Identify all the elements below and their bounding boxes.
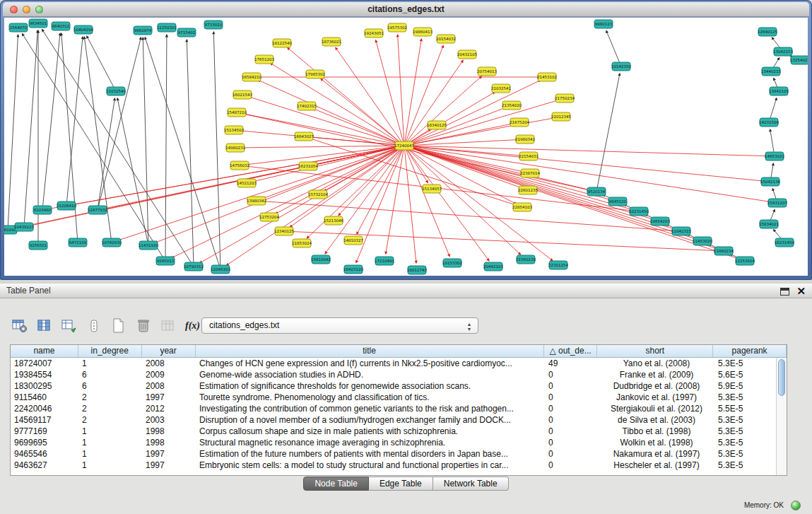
table-source-dropdown[interactable]: citations_edges.txt ▲▼ — [201, 317, 478, 334]
graph-node[interactable]: 11250301 — [157, 23, 177, 32]
graph-node[interactable]: 9862874 — [134, 26, 152, 35]
graph-node[interactable]: 9845120 — [608, 197, 627, 206]
graph-node[interactable]: 16584210 — [242, 73, 261, 81]
graph-node[interactable]: 12046301 — [211, 265, 230, 274]
graph-node[interactable]: 8733010 — [204, 21, 223, 29]
graph-node[interactable]: 16021543 — [233, 90, 252, 99]
graph-node[interactable]: 13042153 — [773, 47, 793, 56]
column-header-3[interactable]: title — [196, 345, 544, 357]
graph-node[interactable]: 21675204 — [510, 118, 529, 127]
graph-node[interactable]: 17402315 — [297, 102, 317, 110]
graph-node[interactable]: 11860234 — [714, 247, 734, 255]
graph-node[interactable]: 12640125 — [758, 28, 777, 36]
graph-node[interactable]: 12753204 — [259, 213, 279, 221]
graph-node[interactable]: 15732104 — [308, 190, 328, 199]
graph-node[interactable]: 15834021 — [759, 220, 779, 228]
edit-table-icon[interactable] — [59, 317, 78, 336]
graph-node[interactable]: 21354020 — [502, 101, 522, 110]
table-row[interactable]: 946554611997Estimation of the future num… — [11, 448, 776, 460]
graph-node[interactable]: 10439123 — [14, 223, 34, 231]
column-header-6[interactable]: pagerank — [713, 345, 787, 357]
tab-network-table[interactable]: Network Table — [433, 477, 509, 491]
graph-node[interactable]: 18736021 — [322, 37, 341, 46]
graph-node[interactable]: 21206410 — [57, 201, 76, 210]
graph-node[interactable]: 17651203 — [254, 55, 274, 64]
graph-node[interactable]: 10404298 — [73, 25, 93, 34]
graph-node[interactable]: 19243051 — [364, 29, 384, 37]
graph-node[interactable]: 10790312 — [184, 262, 204, 271]
table-row[interactable]: 969969511998Structural magnetic resonanc… — [11, 437, 776, 448]
window-zoom-button[interactable] — [35, 6, 43, 13]
graph-node[interactable]: 9472109 — [69, 238, 87, 247]
graph-node[interactable]: 21560238 — [516, 255, 536, 264]
table-row[interactable]: 946362711997Embryonic stem cells: a mode… — [11, 460, 776, 471]
new-document-icon[interactable] — [109, 317, 128, 336]
graph-node[interactable]: 21750234 — [555, 94, 575, 103]
graph-node[interactable]: 22012345 — [551, 112, 571, 121]
graph-node[interactable]: 15213046 — [324, 216, 343, 225]
column-header-1[interactable]: in_degree — [78, 345, 142, 357]
graph-node[interactable]: 9634501 — [29, 19, 47, 28]
graph-node[interactable]: 16403120 — [343, 265, 363, 274]
tab-edge-table[interactable]: Edge Table — [369, 477, 433, 491]
graph-node[interactable]: 19860413 — [413, 28, 433, 36]
column-header-5[interactable]: short — [597, 345, 713, 357]
graph-node[interactable]: 18122540 — [272, 39, 292, 47]
graph-node[interactable]: 12340125 — [274, 227, 294, 235]
graph-node[interactable]: 9245013 — [156, 257, 175, 265]
column-header-4[interactable]: △ out_de... — [544, 345, 598, 357]
graph-node[interactable]: 9520134 — [587, 187, 606, 196]
graph-node[interactable]: 15134057 — [422, 185, 442, 193]
graph-node[interactable]: 12477932 — [88, 206, 107, 214]
graph-node[interactable]: 21032541 — [491, 84, 511, 93]
graph-node[interactable]: 16843027 — [294, 132, 314, 141]
graph-node[interactable]: 11032540 — [106, 87, 126, 95]
graph-node[interactable]: 19153302 — [442, 259, 462, 267]
graph-node[interactable]: 17210491 — [375, 257, 394, 265]
table-settings-icon[interactable] — [10, 317, 29, 336]
graph-node[interactable]: 10742930 — [102, 238, 122, 247]
graph-node[interactable]: 11431920 — [139, 241, 158, 250]
graph-node[interactable]: 15431207 — [767, 199, 787, 207]
graph-node[interactable]: 14231504 — [759, 118, 779, 127]
graph-node[interactable]: 14653021 — [765, 152, 784, 160]
delete-table-icon[interactable] — [134, 317, 153, 336]
float-panel-icon[interactable] — [780, 288, 789, 296]
graph-node[interactable]: 11042315 — [671, 227, 691, 235]
graph-node[interactable]: 17985302 — [305, 70, 325, 78]
network-window-titlebar[interactable]: citations_edges.txt — [3, 2, 809, 17]
graph-node[interactable]: 14756032 — [230, 161, 249, 170]
close-panel-icon[interactable]: ✕ — [796, 284, 806, 299]
scrollbar-thumb[interactable] — [778, 359, 785, 396]
table-row[interactable]: 2242004622012Investigating the contribut… — [11, 403, 776, 414]
graph-node[interactable]: 15134502 — [224, 126, 244, 134]
graph-node[interactable]: 11453020 — [693, 237, 712, 245]
graph-node[interactable]: 14980231 — [225, 144, 245, 152]
graph-node[interactable]: 16231450 — [775, 238, 794, 247]
graph-node[interactable]: 13842105 — [769, 87, 789, 95]
table-row[interactable]: 1456911722003Disruption of a novel membe… — [11, 414, 776, 426]
graph-node[interactable]: 9980123 — [594, 20, 613, 28]
table-row[interactable]: 1830029562008Estimation of significance … — [11, 380, 776, 392]
graph-node[interactable]: 13440215 — [761, 67, 781, 76]
graph-node[interactable]: 19575302 — [387, 23, 407, 32]
graph-node[interactable]: 9256501 — [29, 241, 47, 250]
function-builder-icon[interactable]: f(x) — [183, 317, 202, 336]
graph-node[interactable]: 22154031 — [519, 152, 539, 160]
graph-node[interactable]: 20442103 — [483, 262, 503, 271]
graph-node[interactable]: 10654203 — [650, 217, 670, 226]
graph-node[interactable]: 13254021 — [790, 56, 808, 64]
table-vertical-scrollbar[interactable] — [776, 358, 787, 475]
network-canvas[interactable]: 1724004725648709634501864031210404298986… — [4, 18, 808, 276]
window-minimize-button[interactable] — [23, 6, 30, 13]
graph-node[interactable]: 22387014 — [520, 169, 540, 177]
tab-node-table[interactable]: Node Table — [303, 477, 369, 491]
graph-node[interactable]: 8640312 — [52, 22, 70, 30]
graph-node[interactable]: 18012743 — [407, 266, 427, 274]
graph-node[interactable]: 2564870 — [9, 23, 28, 32]
graph-node[interactable]: 22301254 — [548, 261, 568, 269]
table-row[interactable]: 1872400712008Changes of HCN gene express… — [11, 358, 776, 369]
graph-node[interactable]: 15487210 — [227, 108, 247, 117]
graph-node[interactable]: 16231054 — [298, 162, 318, 170]
import-table-icon[interactable] — [84, 317, 103, 336]
